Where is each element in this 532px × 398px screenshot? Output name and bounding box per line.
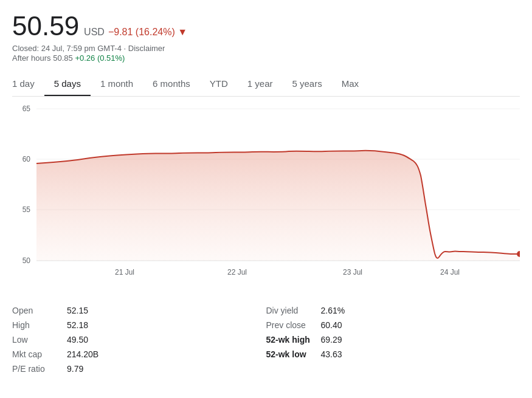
price-chart: 65 60 55 50 21 Jul 22 Jul 23 Jul 24 Jul [12,103,520,291]
stat-value: 49.50 [67,335,88,345]
stat-row: Mkt cap214.20B [12,349,266,359]
tab-max[interactable]: Max [332,74,368,96]
after-hours-change: +0.26 (0.51%) [75,53,125,63]
svg-text:60: 60 [22,155,31,163]
price-after-hours: After hours 50.85 +0.26 (0.51%) [12,53,520,63]
stat-row: Low49.50 [12,335,266,345]
stat-value: 69.29 [321,335,342,345]
after-hours-value: 50.85 [53,53,73,63]
stat-value: 52.15 [67,306,88,315]
stat-row: 52-wk high69.29 [266,335,520,345]
tab-1day[interactable]: 1 day [12,74,44,96]
stat-row: Prev close60.40 [266,320,520,330]
time-period-tabs: 1 day5 days1 month6 monthsYTD1 year5 yea… [12,74,520,97]
stat-row: Open52.15 [12,306,266,315]
tab-1month[interactable]: 1 month [91,74,143,96]
price-value: 50.59 [12,11,79,41]
price-arrow: ▼ [178,27,187,37]
stat-value: 9.79 [67,364,83,374]
svg-text:21 Jul: 21 Jul [115,268,134,276]
price-header: 50.59USD−9.81 (16.24%) ▼ [12,11,520,41]
stat-label: 52-wk high [266,335,321,345]
tab-ytd[interactable]: YTD [200,74,238,96]
stats-section: Open52.15High52.18Low49.50Mkt cap214.20B… [12,306,520,379]
stat-value: 214.20B [67,349,98,359]
price-meta: Closed: 24 Jul, 7:59 pm GMT-4 · Disclaim… [12,44,520,53]
stat-row: P/E ratio9.79 [12,364,266,374]
stat-label: Prev close [266,320,321,330]
stat-label: 52-wk low [266,349,321,359]
price-change: −9.81 (16.24%) ▼ [108,27,187,37]
tab-1year[interactable]: 1 year [238,74,283,96]
stat-label: High [12,320,67,330]
svg-text:50: 50 [22,256,31,265]
stat-label: Mkt cap [12,349,67,359]
svg-text:22 Jul: 22 Jul [227,268,247,276]
stat-row: 52-wk low43.63 [266,349,520,359]
price-currency: USD [84,27,105,37]
chart-svg: 65 60 55 50 21 Jul 22 Jul 23 Jul 24 Jul [12,103,520,291]
stat-label: Low [12,335,67,345]
stats-right: Div yield2.61%Prev close60.4052-wk high6… [266,306,520,379]
stat-label: Open [12,306,67,315]
stats-left: Open52.15High52.18Low49.50Mkt cap214.20B… [12,306,266,379]
svg-text:24 Jul: 24 Jul [440,268,460,276]
stat-label: P/E ratio [12,364,67,374]
stat-value: 52.18 [67,320,88,330]
tab-5years[interactable]: 5 years [283,74,332,96]
after-hours-label: After hours [12,53,51,63]
tab-5days[interactable]: 5 days [44,74,91,96]
stat-value: 2.61% [321,306,345,315]
tab-6months[interactable]: 6 months [143,74,200,96]
stat-label: Div yield [266,306,321,315]
stat-value: 60.40 [321,320,342,330]
stat-row: Div yield2.61% [266,306,520,315]
stat-value: 43.63 [321,349,342,359]
svg-text:55: 55 [22,205,31,214]
stat-row: High52.18 [12,320,266,330]
svg-text:65: 65 [22,105,31,113]
svg-text:23 Jul: 23 Jul [343,268,362,276]
